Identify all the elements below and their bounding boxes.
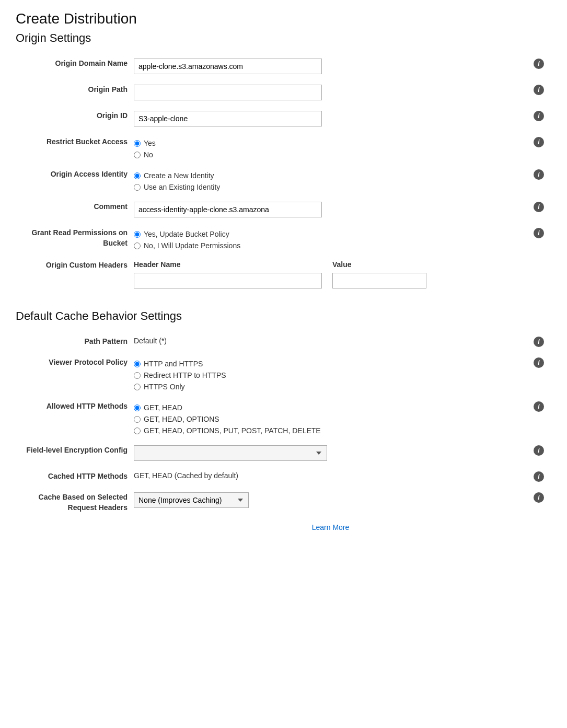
comment-info-icon[interactable]: i (534, 202, 544, 212)
restrict-bucket-yes-label: Yes (144, 139, 156, 147)
viewer-protocol-policy-row: Viewer Protocol Policy HTTP and HTTPS Re… (16, 352, 551, 396)
origin-domain-name-info-cell: i (530, 53, 551, 79)
get-head-options-all-radio[interactable] (134, 427, 141, 434)
allowed-http-methods-info-icon[interactable]: i (534, 401, 544, 412)
cache-based-on-headers-info-icon[interactable]: i (534, 492, 544, 503)
restrict-bucket-yes-radio[interactable] (134, 140, 141, 147)
cached-http-methods-label: Cached HTTP Methods (16, 466, 131, 487)
cached-http-methods-info-icon[interactable]: i (534, 471, 544, 482)
origin-access-identity-radio-group: Create a New Identity Use an Existing Id… (134, 169, 527, 191)
yes-update-bucket-policy-radio[interactable] (134, 231, 141, 238)
origin-path-label: Origin Path (16, 79, 131, 106)
restrict-bucket-yes-option[interactable]: Yes (134, 139, 527, 147)
origin-path-info-icon[interactable]: i (534, 85, 544, 95)
origin-access-identity-info-icon[interactable]: i (534, 169, 544, 180)
yes-update-bucket-policy-label: Yes, Update Bucket Policy (144, 230, 229, 238)
origin-id-input[interactable] (134, 111, 322, 126)
use-existing-identity-label: Use an Existing Identity (144, 183, 220, 191)
get-head-options-put-post-patch-delete-option[interactable]: GET, HEAD, OPTIONS, PUT, POST, PATCH, DE… (134, 426, 527, 435)
custom-header-value-input[interactable] (332, 273, 426, 288)
allowed-http-methods-info-cell: i (530, 396, 551, 440)
viewer-protocol-policy-info-icon[interactable]: i (534, 357, 544, 368)
allowed-http-methods-radio-group: GET, HEAD GET, HEAD, OPTIONS GET, HEAD, … (134, 401, 527, 435)
restrict-bucket-info-icon[interactable]: i (534, 137, 544, 147)
use-existing-identity-radio[interactable] (134, 184, 141, 191)
header-name-column-label: Header Name (134, 260, 322, 269)
comment-row: Comment i (16, 197, 551, 223)
origin-domain-name-info-icon[interactable]: i (534, 59, 544, 69)
path-pattern-info-cell: i (530, 331, 551, 352)
origin-domain-name-row: Origin Domain Name i (16, 53, 551, 79)
origin-id-info-icon[interactable]: i (534, 111, 544, 121)
get-head-radio[interactable] (134, 405, 141, 411)
restrict-bucket-no-label: No (144, 151, 153, 159)
redirect-http-https-radio[interactable] (134, 372, 141, 379)
grant-read-permissions-info-icon[interactable]: i (534, 228, 544, 238)
field-level-encryption-info-icon[interactable]: i (534, 445, 544, 456)
get-head-option[interactable]: GET, HEAD (134, 403, 527, 412)
http-https-radio[interactable] (134, 361, 141, 367)
cached-http-methods-value: GET, HEAD (Cached by default) (131, 466, 530, 487)
comment-input[interactable] (134, 202, 322, 217)
origin-access-identity-row: Origin Access Identity Create a New Iden… (16, 164, 551, 197)
field-level-encryption-label: Field-level Encryption Config (16, 440, 131, 466)
create-new-identity-option[interactable]: Create a New Identity (134, 171, 527, 180)
get-head-options-option[interactable]: GET, HEAD, OPTIONS (134, 415, 527, 423)
cache-behavior-settings-table: Path Pattern Default (*) i Viewer Protoc… (16, 331, 551, 537)
allowed-http-methods-value-cell: GET, HEAD GET, HEAD, OPTIONS GET, HEAD, … (131, 396, 530, 440)
origin-access-identity-info-cell: i (530, 164, 551, 197)
origin-path-input[interactable] (134, 85, 322, 100)
restrict-bucket-info-cell: i (530, 132, 551, 164)
redirect-http-https-option[interactable]: Redirect HTTP to HTTPS (134, 371, 527, 379)
path-pattern-row: Path Pattern Default (*) i (16, 331, 551, 352)
restrict-bucket-no-option[interactable]: No (134, 151, 527, 159)
path-pattern-label: Path Pattern (16, 331, 131, 352)
origin-domain-name-value-cell (131, 53, 530, 79)
origin-settings-table: Origin Domain Name i Origin Path i Origi… (16, 53, 551, 294)
cache-behavior-settings-section: Default Cache Behavior Settings Path Pat… (16, 309, 551, 537)
origin-domain-name-label: Origin Domain Name (16, 53, 131, 79)
get-head-options-label: GET, HEAD, OPTIONS (144, 415, 219, 423)
origin-custom-headers-value-cell: Header Name Value (131, 255, 530, 294)
value-column-label: Value (332, 260, 352, 269)
create-new-identity-label: Create a New Identity (144, 171, 214, 180)
grant-read-permissions-info-cell: i (530, 223, 551, 255)
origin-settings-title: Origin Settings (16, 31, 551, 45)
http-https-option[interactable]: HTTP and HTTPS (134, 360, 527, 368)
allowed-http-methods-row: Allowed HTTP Methods GET, HEAD GET, HEAD… (16, 396, 551, 440)
https-only-option[interactable]: HTTPS Only (134, 383, 527, 391)
grant-read-permissions-row: Grant Read Permissions on Bucket Yes, Up… (16, 223, 551, 255)
origin-domain-name-input[interactable] (134, 59, 322, 74)
cache-based-on-headers-select[interactable]: None (Improves Caching) Whitelist All (134, 492, 249, 508)
restrict-bucket-no-radio[interactable] (134, 152, 141, 158)
https-only-label: HTTPS Only (144, 383, 185, 391)
field-level-encryption-value-cell (131, 440, 530, 466)
use-existing-identity-option[interactable]: Use an Existing Identity (134, 183, 527, 191)
redirect-http-https-label: Redirect HTTP to HTTPS (144, 371, 226, 379)
custom-header-name-input[interactable] (134, 273, 322, 288)
no-update-permissions-option[interactable]: No, I Will Update Permissions (134, 241, 527, 250)
origin-custom-headers-row: Origin Custom Headers Header Name Value (16, 255, 551, 294)
origin-path-value-cell (131, 79, 530, 106)
create-new-identity-radio[interactable] (134, 172, 141, 179)
path-pattern-info-icon[interactable]: i (534, 337, 544, 347)
get-head-options-radio[interactable] (134, 416, 141, 423)
origin-custom-headers-info-cell (530, 255, 551, 294)
no-update-permissions-radio[interactable] (134, 242, 141, 249)
field-level-encryption-select[interactable] (134, 445, 327, 461)
field-level-encryption-info-cell: i (530, 440, 551, 466)
learn-more-link[interactable]: Learn More (312, 523, 350, 531)
yes-update-bucket-policy-option[interactable]: Yes, Update Bucket Policy (134, 230, 527, 238)
cached-http-methods-info-cell: i (530, 466, 551, 487)
get-head-label: GET, HEAD (144, 403, 182, 412)
restrict-bucket-access-value-cell: Yes No (131, 132, 530, 164)
origin-access-identity-label: Origin Access Identity (16, 164, 131, 197)
viewer-protocol-policy-info-cell: i (530, 352, 551, 396)
restrict-bucket-access-label: Restrict Bucket Access (16, 132, 131, 164)
no-update-permissions-label: No, I Will Update Permissions (144, 241, 240, 250)
grant-read-permissions-radio-group: Yes, Update Bucket Policy No, I Will Upd… (134, 228, 527, 250)
allowed-http-methods-label: Allowed HTTP Methods (16, 396, 131, 440)
learn-more-row: Learn More (16, 518, 551, 537)
restrict-bucket-access-row: Restrict Bucket Access Yes No i (16, 132, 551, 164)
https-only-radio[interactable] (134, 384, 141, 390)
